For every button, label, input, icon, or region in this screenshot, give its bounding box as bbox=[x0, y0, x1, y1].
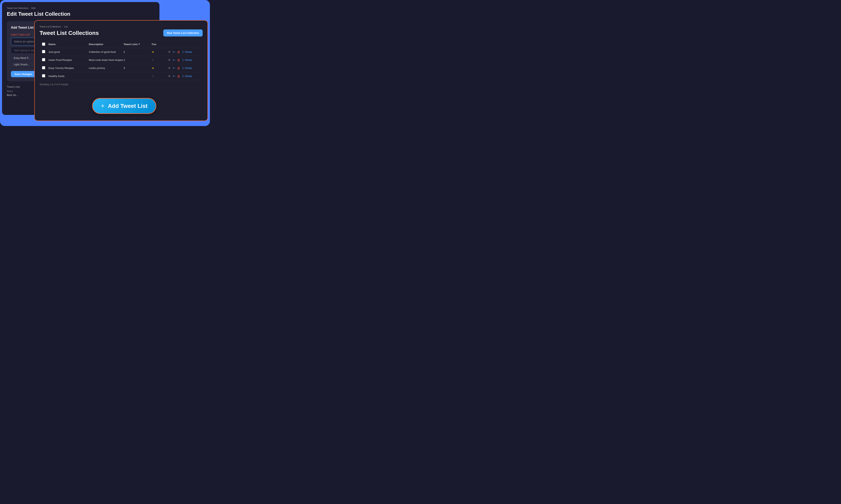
bg-page-title: Edit Tweet List Collection bbox=[7, 11, 155, 17]
table-row: Just good Collection of good food 2 ★ 👁 … bbox=[39, 48, 203, 56]
row-tweet-lists-2: 2 bbox=[123, 58, 152, 61]
bg-modal-title: Add Tweet List bbox=[11, 26, 34, 30]
row-checkbox-4[interactable] bbox=[42, 74, 45, 77]
table-row: Asian Food Recipes Must cook Asian food … bbox=[39, 56, 203, 64]
edit-icon-1[interactable]: ✏ bbox=[173, 50, 175, 54]
fg-page-title: Tweet List Collections bbox=[39, 30, 99, 36]
add-tweet-list-button[interactable]: + Add Tweet List bbox=[92, 98, 156, 114]
table-row: Healthy foods ☆ 👁 ✏ 🗑 ⬡ Share bbox=[39, 72, 203, 80]
row-tweet-lists-3: 3 bbox=[123, 67, 152, 70]
share-button-1[interactable]: ⬡ Share bbox=[182, 50, 192, 53]
row-name-1: Just good bbox=[48, 50, 89, 53]
edit-icon-3[interactable]: ✏ bbox=[173, 67, 175, 70]
delete-icon-3[interactable]: 🗑 bbox=[177, 67, 180, 70]
pagination-text: Showing 1 to 4 of 4 results bbox=[39, 83, 203, 86]
row-tweet-lists-1: 2 bbox=[123, 50, 152, 53]
fg-breadcrumb: Tweet List Collections › List bbox=[39, 25, 203, 28]
row-checkbox-3[interactable] bbox=[42, 66, 45, 69]
table-header: Name Description Tweet Lists ▾ Fav bbox=[39, 40, 203, 48]
share-icon-2: ⬡ bbox=[182, 58, 184, 61]
row-actions-1: 👁 ✏ 🗑 ⬡ Share bbox=[168, 50, 200, 54]
plus-icon: + bbox=[101, 102, 105, 110]
row-desc-2: Must cook Asian food recipes bbox=[89, 58, 123, 61]
add-tweet-list-overlay: + Add Tweet List bbox=[92, 98, 156, 114]
bg-col-name: Name bbox=[7, 90, 13, 92]
col-tweet-lists-header: Tweet Lists ▾ bbox=[123, 43, 152, 46]
share-button-4[interactable]: ⬡ Share bbox=[182, 75, 192, 78]
row-name-4: Healthy foods bbox=[48, 75, 89, 78]
share-icon-1: ⬡ bbox=[182, 50, 184, 53]
row-name-2: Asian Food Recipes bbox=[48, 58, 89, 61]
bg-col-value: Best Ve... bbox=[7, 93, 18, 96]
row-checkbox-1[interactable] bbox=[42, 50, 45, 53]
new-collection-button[interactable]: New Tweet List Collection bbox=[163, 30, 203, 36]
delete-icon-2[interactable]: 🗑 bbox=[177, 58, 180, 62]
view-icon-1[interactable]: 👁 bbox=[168, 50, 171, 54]
fav-star-4[interactable]: ☆ bbox=[152, 75, 154, 78]
col-fav-header: Fav bbox=[152, 43, 168, 46]
row-actions-2: 👁 ✏ 🗑 ⬡ Share bbox=[168, 58, 200, 62]
view-icon-2[interactable]: 👁 bbox=[168, 58, 171, 62]
fav-star-2[interactable]: ☆ bbox=[152, 58, 154, 61]
delete-icon-4[interactable]: 🗑 bbox=[177, 75, 180, 78]
col-name-header: Name bbox=[48, 43, 89, 46]
row-actions-3: 👁 ✏ 🗑 ⬡ Share bbox=[168, 67, 200, 70]
view-icon-3[interactable]: 👁 bbox=[168, 67, 171, 70]
fav-star-1[interactable]: ★ bbox=[152, 50, 154, 53]
row-name-3: Easy Yummy Recipes bbox=[48, 67, 89, 70]
collections-table: Name Description Tweet Lists ▾ Fav Just … bbox=[39, 40, 203, 86]
row-checkbox-2[interactable] bbox=[42, 58, 45, 61]
row-actions-4: 👁 ✏ 🗑 ⬡ Share bbox=[168, 75, 200, 78]
share-icon-3: ⬡ bbox=[182, 67, 184, 70]
bg-save-button[interactable]: Save changes bbox=[11, 71, 36, 77]
edit-icon-4[interactable]: ✏ bbox=[173, 75, 175, 78]
share-button-3[interactable]: ⬡ Share bbox=[182, 67, 192, 70]
sort-icon[interactable]: ▾ bbox=[138, 43, 140, 46]
table-row: Easy Yummy Recipes Looks yummy 3 ★ 👁 ✏ 🗑… bbox=[39, 64, 203, 72]
delete-icon-1[interactable]: 🗑 bbox=[177, 50, 180, 54]
bg-breadcrumb: Tweet List Collections › Edit bbox=[7, 7, 155, 9]
edit-icon-2[interactable]: ✏ bbox=[173, 58, 175, 62]
col-desc-header: Description bbox=[89, 43, 123, 46]
share-button-2[interactable]: ⬡ Share bbox=[182, 58, 192, 61]
share-icon-4: ⬡ bbox=[182, 75, 184, 78]
view-icon-4[interactable]: 👁 bbox=[168, 75, 171, 78]
add-tweet-list-label: Add Tweet List bbox=[108, 103, 148, 109]
select-all-checkbox[interactable] bbox=[42, 42, 45, 46]
row-desc-3: Looks yummy bbox=[89, 67, 123, 70]
row-desc-1: Collection of good food bbox=[89, 50, 123, 53]
fav-star-3[interactable]: ★ bbox=[152, 67, 154, 70]
fg-header: Tweet List Collections New Tweet List Co… bbox=[39, 30, 203, 36]
